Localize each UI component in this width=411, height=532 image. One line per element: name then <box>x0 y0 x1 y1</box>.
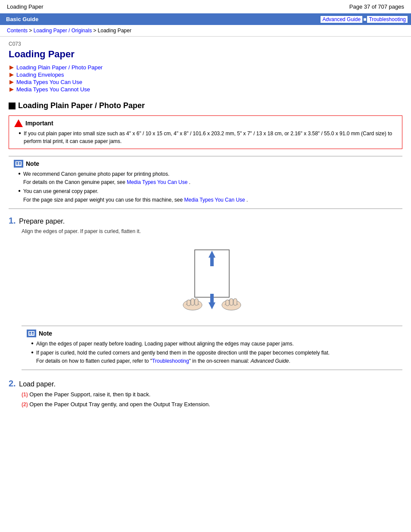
sub-step-2: (2) Open the Paper Output Tray gently, a… <box>22 401 402 408</box>
svg-rect-22 <box>28 330 35 336</box>
svg-rect-26 <box>32 334 34 335</box>
toc-links: Loading Plain Paper / Photo Paper Loadin… <box>9 64 402 93</box>
note-header-2: Note <box>27 330 397 337</box>
note-icon <box>14 160 23 168</box>
note-box-2: Note Align the edges of paper neatly bef… <box>22 326 402 370</box>
list-item: If you cut plain paper into small size s… <box>19 130 397 145</box>
troubleshooting-link[interactable]: Troubleshooting <box>152 358 189 364</box>
media-types-link-2[interactable]: Media Types You Can Use <box>184 197 245 203</box>
page-main-title: Loading Paper <box>9 49 402 60</box>
sub-step-2-text: Open the Paper Output Tray gently, and o… <box>29 401 210 408</box>
svg-rect-5 <box>16 162 19 164</box>
advanced-guide-link[interactable]: Advanced Guide <box>321 16 362 23</box>
svg-rect-6 <box>19 162 21 164</box>
black-square-icon <box>9 103 16 109</box>
sub-step-1: (1) Open the Paper Support, raise it, th… <box>22 391 402 398</box>
svg-rect-21 <box>210 294 214 302</box>
step-1-number: 1. <box>9 216 16 225</box>
main-content: C073 Loading Paper Loading Plain Paper /… <box>0 37 411 420</box>
list-item: You can use general copy paper. For the … <box>18 187 397 204</box>
list-item: Align the edges of paper neatly before l… <box>31 340 397 348</box>
svg-rect-16 <box>230 299 233 305</box>
toc-link-4[interactable]: Media Types You Cannot Use <box>16 86 90 93</box>
step-1-title: Prepare paper. <box>19 218 65 225</box>
breadcrumb-current: Loading Paper <box>98 28 131 34</box>
step-1-body: Align the edges of paper. If paper is cu… <box>9 228 402 370</box>
triangle-icon <box>14 119 23 127</box>
svg-rect-19 <box>210 258 214 266</box>
svg-marker-1 <box>9 73 14 77</box>
svg-rect-8 <box>19 164 21 165</box>
important-list: If you cut plain paper into small size s… <box>14 130 397 145</box>
sub-step-1-num: (1) <box>22 392 28 398</box>
svg-rect-23 <box>29 332 31 333</box>
nav-bar: Basic Guide Advanced Guide ■ Troubleshoo… <box>0 13 411 25</box>
section1-heading: Loading Plain Paper / Photo Paper <box>9 101 402 110</box>
svg-rect-7 <box>16 164 19 165</box>
svg-rect-11 <box>187 300 190 306</box>
svg-marker-3 <box>9 87 14 92</box>
step-2-title: Load paper. <box>19 380 56 388</box>
note-list-2: Align the edges of paper neatly before l… <box>27 340 397 366</box>
troubleshooting-nav-link[interactable]: Troubleshooting <box>367 16 408 23</box>
toc-link-2[interactable]: Loading Envelopes <box>16 72 64 78</box>
arrow-icon <box>9 79 15 85</box>
svg-marker-2 <box>9 80 14 84</box>
svg-marker-0 <box>9 65 14 70</box>
toc-link-3[interactable]: Media Types You Can Use <box>16 79 82 85</box>
list-item: If paper is curled, hold the curled corn… <box>31 349 397 365</box>
basic-guide-label: Basic Guide <box>3 15 41 23</box>
svg-rect-13 <box>195 299 198 305</box>
sub-step-1-text: Open the Paper Support, raise it, then t… <box>29 391 150 398</box>
page-info: Page 37 of 707 pages <box>349 3 404 10</box>
page-header: Loading Paper Page 37 of 707 pages <box>0 0 411 13</box>
breadcrumb-loading-paper[interactable]: Loading Paper / Originals <box>34 28 92 34</box>
sub-step-2-num: (2) <box>22 401 28 408</box>
step-2-number: 2. <box>9 379 16 388</box>
arrow-icon <box>9 87 15 93</box>
step-2-body: (1) Open the Paper Support, raise it, th… <box>9 391 402 408</box>
arrow-icon <box>9 65 15 71</box>
list-item: Media Types You Cannot Use <box>9 86 402 93</box>
note-list-1: We recommend Canon genuine photo paper f… <box>14 170 397 204</box>
arrow-icon <box>9 72 15 78</box>
list-item: We recommend Canon genuine photo paper f… <box>18 170 397 187</box>
svg-rect-15 <box>226 300 229 306</box>
code-label: C073 <box>9 41 402 47</box>
step-2: 2. Load paper. (1) Open the Paper Suppor… <box>9 379 402 408</box>
svg-rect-12 <box>191 299 194 305</box>
note-box-1: Note We recommend Canon genuine photo pa… <box>9 156 402 209</box>
svg-rect-4 <box>15 161 22 167</box>
note-icon-2 <box>27 330 36 337</box>
svg-rect-17 <box>234 299 237 305</box>
toc-link-1[interactable]: Loading Plain Paper / Photo Paper <box>16 64 103 71</box>
breadcrumb-contents[interactable]: Contents <box>7 28 28 34</box>
important-box: Important If you cut plain paper into sm… <box>9 115 402 149</box>
list-item: Media Types You Can Use <box>9 79 402 85</box>
nav-right: Advanced Guide ■ Troubleshooting <box>321 16 408 23</box>
note-header-1: Note <box>14 160 397 168</box>
page-title-header: Loading Paper <box>7 3 44 10</box>
paper-illustration <box>177 241 246 319</box>
list-item: Loading Envelopes <box>9 72 402 78</box>
step-1: 1. Prepare paper. Align the edges of pap… <box>9 216 402 370</box>
media-types-link-1[interactable]: Media Types You Can Use <box>127 179 187 185</box>
svg-rect-25 <box>29 334 31 335</box>
svg-marker-20 <box>209 302 215 309</box>
important-header: Important <box>14 119 397 127</box>
list-item: Loading Plain Paper / Photo Paper <box>9 64 402 71</box>
svg-marker-18 <box>209 251 215 258</box>
svg-rect-24 <box>32 332 34 333</box>
breadcrumb: Contents > Loading Paper / Originals > L… <box>0 25 411 37</box>
